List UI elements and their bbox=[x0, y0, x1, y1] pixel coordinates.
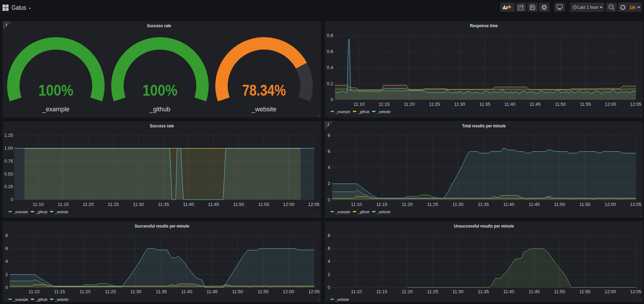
svg-text:_github: _github bbox=[36, 297, 47, 302]
svg-text:_github: _github bbox=[358, 110, 369, 114]
svg-text:2: 2 bbox=[5, 272, 8, 277]
svg-text:11:45: 11:45 bbox=[529, 202, 540, 207]
svg-text:0.2: 0.2 bbox=[327, 81, 333, 86]
svg-text:_example: _example bbox=[335, 110, 350, 114]
svg-text:6: 6 bbox=[328, 246, 330, 251]
svg-text:11:30: 11:30 bbox=[453, 202, 464, 207]
svg-text:11:55: 11:55 bbox=[579, 289, 591, 294]
svg-text:11:35: 11:35 bbox=[478, 289, 489, 294]
svg-text:11:15: 11:15 bbox=[376, 289, 387, 294]
svg-text:_example: _example bbox=[335, 210, 350, 214]
svg-text:11:45: 11:45 bbox=[529, 102, 541, 107]
svg-text:11:30: 11:30 bbox=[453, 289, 464, 294]
svg-text:2: 2 bbox=[328, 181, 330, 186]
svg-text:4: 4 bbox=[5, 259, 8, 264]
svg-text:1.25: 1.25 bbox=[4, 133, 13, 138]
svg-text:11:50: 11:50 bbox=[554, 289, 565, 294]
svg-text:11:25: 11:25 bbox=[105, 289, 116, 294]
svg-text:11:30: 11:30 bbox=[454, 102, 465, 107]
svg-text:12:05: 12:05 bbox=[630, 202, 642, 207]
svg-text:_example: _example bbox=[13, 210, 28, 214]
svg-text:11:25: 11:25 bbox=[427, 202, 438, 207]
svg-text:11:10: 11:10 bbox=[29, 289, 40, 294]
svg-text:Gatus: Gatus bbox=[12, 4, 26, 11]
svg-text:11:45: 11:45 bbox=[208, 202, 219, 207]
svg-text:11:20: 11:20 bbox=[402, 202, 413, 207]
svg-text:11:10: 11:10 bbox=[32, 202, 44, 207]
svg-text:11:15: 11:15 bbox=[376, 202, 387, 207]
svg-text:11:45: 11:45 bbox=[207, 289, 218, 294]
svg-text:Last 1 hour: Last 1 hour bbox=[578, 5, 599, 10]
svg-text:Success rate: Success rate bbox=[150, 123, 174, 128]
svg-text:0: 0 bbox=[10, 197, 13, 202]
svg-text:0: 0 bbox=[5, 285, 8, 290]
svg-text:11:20: 11:20 bbox=[79, 289, 90, 294]
svg-text:11:40: 11:40 bbox=[503, 202, 514, 207]
svg-text:11:10: 11:10 bbox=[351, 202, 362, 207]
svg-text:78.34%: 78.34% bbox=[242, 81, 286, 99]
svg-text:1m: 1m bbox=[630, 5, 636, 10]
svg-text:11:55: 11:55 bbox=[580, 102, 591, 107]
svg-text:11:45: 11:45 bbox=[529, 289, 540, 294]
svg-text:_example: _example bbox=[42, 106, 69, 113]
svg-text:11:30: 11:30 bbox=[130, 289, 141, 294]
svg-text:11:15: 11:15 bbox=[58, 202, 69, 207]
svg-text:_github: _github bbox=[358, 210, 369, 214]
svg-text:_website: _website bbox=[377, 210, 390, 214]
svg-text:11:35: 11:35 bbox=[478, 202, 489, 207]
svg-text:_github: _github bbox=[149, 106, 170, 113]
svg-text:11:40: 11:40 bbox=[504, 102, 515, 107]
svg-text:8: 8 bbox=[328, 133, 330, 138]
svg-text:100%: 100% bbox=[38, 81, 73, 99]
svg-text:8: 8 bbox=[5, 233, 8, 238]
svg-text:11:35: 11:35 bbox=[158, 202, 169, 207]
svg-text:12:00: 12:00 bbox=[605, 102, 616, 107]
svg-text:11:15: 11:15 bbox=[379, 102, 390, 107]
svg-text:12:00: 12:00 bbox=[283, 202, 295, 207]
svg-text:_website: _website bbox=[335, 297, 349, 302]
svg-text:0: 0 bbox=[331, 97, 333, 102]
svg-text:0.4: 0.4 bbox=[327, 65, 333, 70]
svg-text:100%: 100% bbox=[142, 81, 177, 99]
svg-text:12:05: 12:05 bbox=[630, 289, 642, 294]
svg-text:2: 2 bbox=[328, 272, 330, 277]
svg-text:0.75: 0.75 bbox=[4, 158, 13, 164]
svg-text:11:25: 11:25 bbox=[108, 202, 119, 207]
svg-text:4: 4 bbox=[328, 165, 330, 170]
svg-text:12:00: 12:00 bbox=[605, 289, 616, 294]
svg-text:11:55: 11:55 bbox=[258, 202, 269, 207]
svg-text:11:40: 11:40 bbox=[183, 202, 194, 207]
svg-text:0.6: 0.6 bbox=[327, 49, 333, 54]
svg-text:12:05: 12:05 bbox=[308, 202, 320, 207]
svg-text:12:00: 12:00 bbox=[605, 202, 616, 207]
svg-text:1.00: 1.00 bbox=[4, 146, 13, 151]
svg-text:Unsuccessful results per minut: Unsuccessful results per minute bbox=[454, 223, 514, 229]
svg-text:0.50: 0.50 bbox=[4, 171, 13, 177]
svg-text:_website: _website bbox=[251, 106, 276, 113]
svg-text:11:20: 11:20 bbox=[402, 289, 413, 294]
svg-text:11:25: 11:25 bbox=[427, 289, 438, 294]
svg-text:Successful results per minute: Successful results per minute bbox=[135, 223, 189, 229]
svg-text:11:55: 11:55 bbox=[579, 202, 591, 207]
svg-text:11:20: 11:20 bbox=[404, 102, 415, 107]
svg-text:11:25: 11:25 bbox=[429, 102, 440, 107]
svg-text:_github: _github bbox=[36, 210, 47, 214]
svg-text:11:35: 11:35 bbox=[156, 289, 167, 294]
svg-text:_website: _website bbox=[55, 297, 68, 302]
svg-text:6: 6 bbox=[328, 149, 330, 154]
svg-text:_website: _website bbox=[377, 110, 390, 114]
svg-text:11:55: 11:55 bbox=[257, 289, 269, 294]
svg-text:_example: _example bbox=[13, 297, 28, 302]
svg-text:11:50: 11:50 bbox=[232, 289, 243, 294]
svg-text:11:30: 11:30 bbox=[133, 202, 144, 207]
svg-text:11:35: 11:35 bbox=[479, 102, 490, 107]
svg-text:6: 6 bbox=[5, 246, 8, 251]
svg-text:Response time: Response time bbox=[470, 23, 498, 28]
svg-text:_website: _website bbox=[55, 210, 68, 214]
svg-text:11:10: 11:10 bbox=[353, 102, 365, 107]
svg-text:0: 0 bbox=[328, 197, 330, 202]
svg-text:11:50: 11:50 bbox=[554, 202, 565, 207]
svg-text:0: 0 bbox=[328, 285, 330, 290]
svg-text:11:15: 11:15 bbox=[54, 289, 65, 294]
svg-text:8: 8 bbox=[328, 233, 330, 238]
